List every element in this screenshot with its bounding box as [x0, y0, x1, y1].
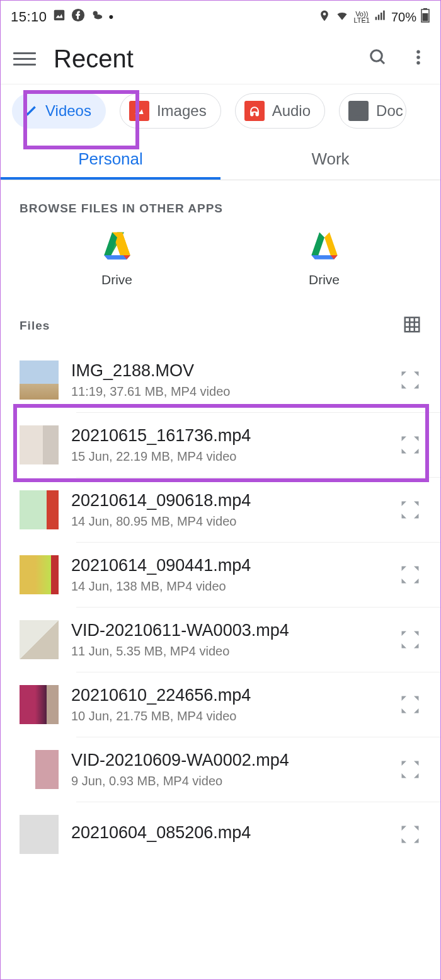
- status-time: 15:10: [11, 9, 47, 25]
- svg-marker-30: [311, 232, 324, 255]
- file-thumbnail: [20, 490, 59, 529]
- file-meta: 14 Jun, 138 MB, MP4 video: [71, 579, 386, 594]
- file-name: 20210610_224656.mp4: [71, 686, 386, 705]
- file-meta: 9 Jun, 0.93 MB, MP4 video: [71, 774, 386, 788]
- expand-icon[interactable]: [399, 369, 421, 391]
- file-info: 20210610_224656.mp410 Jun, 21.75 MB, MP4…: [71, 686, 386, 723]
- file-thumbnail: [20, 425, 59, 464]
- svg-rect-0: [54, 10, 64, 21]
- files-section-title: Files: [20, 319, 50, 333]
- file-info: 20210604_085206.mp4: [71, 823, 386, 846]
- file-name: 20210614_090618.mp4: [71, 491, 386, 510]
- file-thumbnail: [20, 360, 59, 400]
- svg-point-15: [416, 55, 420, 59]
- svg-line-13: [381, 60, 384, 64]
- chip-label: Doc: [376, 102, 403, 120]
- app-drive-1[interactable]: Drive: [13, 231, 220, 287]
- chip-label: Audio: [272, 102, 311, 120]
- file-row[interactable]: 20210614_090441.mp414 Jun, 138 MB, MP4 v…: [76, 542, 440, 607]
- svg-rect-6: [378, 14, 380, 20]
- file-thumbnail: [20, 815, 59, 854]
- file-meta: 11:19, 37.61 MB, MP4 video: [71, 384, 386, 399]
- chip-label: Images: [157, 102, 207, 120]
- file-info: VID-20210611-WA0003.mp411 Jun, 5.35 MB, …: [71, 621, 386, 659]
- file-name: VID-20210611-WA0003.mp4: [71, 621, 386, 640]
- file-name: VID-20210609-WA0002.mp4: [71, 751, 386, 770]
- status-bar: 15:10 • Vo))LTE1 70%: [1, 1, 440, 33]
- tab-work[interactable]: Work: [220, 139, 440, 180]
- dot-icon: •: [109, 9, 114, 25]
- svg-point-14: [416, 50, 420, 54]
- browse-apps: Drive Drive: [1, 227, 440, 309]
- file-meta: 15 Jun, 22.19 MB, MP4 video: [71, 449, 386, 464]
- weather-icon: [90, 8, 104, 26]
- file-row[interactable]: 20210614_090618.mp414 Jun, 80.95 MB, MP4…: [76, 477, 440, 542]
- file-info: VID-20210609-WA0002.mp49 Jun, 0.93 MB, M…: [71, 751, 386, 788]
- wifi-icon: [335, 9, 350, 25]
- file-info: 20210614_090441.mp414 Jun, 138 MB, MP4 v…: [71, 556, 386, 594]
- browse-section-title: Browse files in other apps: [1, 180, 440, 227]
- page-title: Recent: [54, 45, 134, 73]
- file-list: IMG_2188.MOV11:19, 37.61 MB, MP4 video20…: [1, 348, 440, 867]
- svg-marker-17: [135, 110, 143, 115]
- file-row[interactable]: VID-20210609-WA0002.mp49 Jun, 0.93 MB, M…: [76, 737, 440, 802]
- drive-icon: [309, 231, 340, 261]
- battery-icon: [420, 8, 430, 26]
- drive-icon: [102, 231, 132, 261]
- chip-images[interactable]: Images: [120, 93, 221, 129]
- volte-indicator: Vo))LTE1: [353, 11, 369, 23]
- file-row[interactable]: 20210604_085206.mp4: [76, 802, 440, 867]
- expand-icon[interactable]: [399, 563, 421, 586]
- svg-rect-7: [381, 13, 382, 20]
- file-info: 20210614_090618.mp414 Jun, 80.95 MB, MP4…: [71, 491, 386, 529]
- chip-label: Videos: [45, 102, 91, 120]
- expand-icon[interactable]: [399, 499, 421, 521]
- file-row[interactable]: 20210615_161736.mp415 Jun, 22.19 MB, MP4…: [76, 412, 440, 477]
- grid-view-icon[interactable]: [403, 315, 421, 337]
- file-meta: 11 Jun, 5.35 MB, MP4 video: [71, 644, 386, 659]
- file-meta: 10 Jun, 21.75 MB, MP4 video: [71, 709, 386, 723]
- app-header: Recent: [1, 33, 440, 84]
- more-icon[interactable]: [409, 48, 428, 69]
- facebook-icon: [71, 8, 85, 26]
- svg-marker-31: [324, 232, 338, 255]
- file-name: 20210615_161736.mp4: [71, 426, 386, 446]
- file-name: IMG_2188.MOV: [71, 361, 386, 381]
- svg-rect-11: [423, 13, 428, 21]
- expand-icon[interactable]: [399, 823, 421, 846]
- chip-documents[interactable]: Doc: [339, 93, 406, 129]
- app-label: Drive: [309, 272, 340, 287]
- signal-icon: [374, 9, 387, 25]
- chip-audio[interactable]: Audio: [235, 93, 325, 129]
- expand-icon[interactable]: [399, 758, 421, 781]
- svg-point-4: [94, 14, 102, 19]
- tab-personal[interactable]: Personal: [1, 139, 220, 180]
- file-info: 20210615_161736.mp415 Jun, 22.19 MB, MP4…: [71, 426, 386, 464]
- files-header: Files: [1, 309, 440, 348]
- file-row[interactable]: VID-20210611-WA0003.mp411 Jun, 5.35 MB, …: [76, 607, 440, 672]
- expand-icon[interactable]: [399, 628, 421, 651]
- file-row[interactable]: 20210610_224656.mp410 Jun, 21.75 MB, MP4…: [76, 672, 440, 737]
- image-icon: [52, 8, 66, 26]
- svg-rect-34: [405, 318, 420, 332]
- expand-icon[interactable]: [399, 693, 421, 716]
- hamburger-icon[interactable]: [13, 47, 36, 70]
- expand-icon[interactable]: [399, 434, 421, 456]
- location-icon: [318, 9, 331, 25]
- file-info: IMG_2188.MOV11:19, 37.61 MB, MP4 video: [71, 361, 386, 399]
- app-drive-2[interactable]: Drive: [220, 231, 428, 287]
- file-thumbnail: [20, 555, 59, 594]
- file-row[interactable]: IMG_2188.MOV11:19, 37.61 MB, MP4 video: [1, 348, 440, 412]
- svg-point-12: [371, 50, 382, 62]
- file-meta: 14 Jun, 80.95 MB, MP4 video: [71, 514, 386, 529]
- search-icon[interactable]: [369, 48, 387, 69]
- svg-rect-8: [383, 10, 385, 20]
- tabs: Personal Work: [1, 139, 440, 180]
- svg-rect-5: [375, 16, 377, 20]
- chip-videos[interactable]: Videos: [12, 93, 106, 129]
- file-name: 20210614_090441.mp4: [71, 556, 386, 575]
- svg-point-16: [416, 61, 420, 65]
- battery-text: 70%: [391, 10, 416, 25]
- status-left: 15:10 •: [11, 8, 113, 26]
- app-label: Drive: [101, 272, 132, 287]
